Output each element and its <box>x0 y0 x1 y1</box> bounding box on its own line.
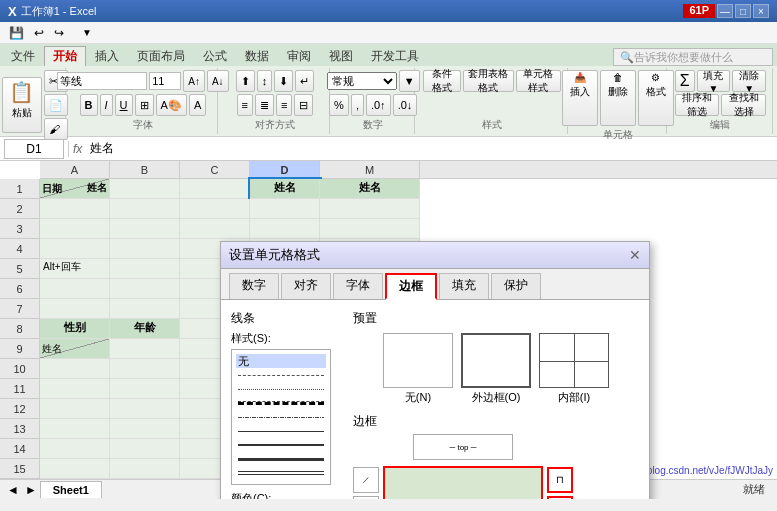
tab-home[interactable]: 开始 <box>44 46 86 66</box>
merge-btn[interactable]: ⊟ <box>294 94 313 116</box>
tab-formulas[interactable]: 公式 <box>194 46 236 66</box>
line-style-medium[interactable] <box>236 438 326 452</box>
save-quick-btn[interactable]: 💾 <box>6 25 27 41</box>
line-style-dash-dot-dot[interactable] <box>236 410 326 424</box>
cell-b5[interactable] <box>110 259 180 279</box>
border-top-left-diag-btn[interactable]: ⟋ <box>353 467 379 493</box>
number-format-select[interactable]: 常规 <box>327 72 397 90</box>
tab-view[interactable]: 视图 <box>320 46 362 66</box>
border-button[interactable]: ⊞ <box>135 94 154 116</box>
decimal-dec-btn[interactable]: .0↓ <box>393 94 418 116</box>
maximize-button[interactable]: □ <box>735 4 751 18</box>
tab-developer[interactable]: 开发工具 <box>362 46 428 66</box>
conditional-format-btn[interactable]: 条件格式 <box>423 70 461 92</box>
line-style-thick[interactable] <box>236 452 326 466</box>
redo-btn[interactable]: ↪ <box>51 25 67 41</box>
cell-c3[interactable] <box>180 219 250 239</box>
percent-btn[interactable]: % <box>329 94 349 116</box>
line-style-dotted2[interactable] <box>236 382 326 396</box>
preset-none-button[interactable] <box>383 333 453 388</box>
cell-b3[interactable] <box>110 219 180 239</box>
dialog-tab-fill[interactable]: 填充 <box>439 273 489 299</box>
cell-m3[interactable] <box>320 219 420 239</box>
fill-color-button[interactable]: A🎨 <box>156 94 187 116</box>
cell-b13[interactable] <box>110 419 180 439</box>
cell-b1[interactable] <box>110 179 180 199</box>
preset-inner-button[interactable] <box>539 333 609 388</box>
undo-btn[interactable]: ↩ <box>31 25 47 41</box>
font-size-up-btn[interactable]: A↑ <box>183 70 205 92</box>
dialog-close-button[interactable]: ✕ <box>629 247 641 263</box>
insert-cell-btn[interactable]: 📥 插入 <box>562 70 598 126</box>
tab-review[interactable]: 审阅 <box>278 46 320 66</box>
nav-sheet-right[interactable]: ► <box>22 482 40 498</box>
cell-d2[interactable] <box>250 199 320 219</box>
cell-a10[interactable] <box>40 359 110 379</box>
cell-a14[interactable] <box>40 439 110 459</box>
dialog-tab-border[interactable]: 边框 <box>385 273 437 300</box>
cell-a9[interactable]: 姓名 <box>40 339 110 359</box>
fill-btn[interactable]: 填充▼ <box>697 70 731 92</box>
cell-d3[interactable] <box>250 219 320 239</box>
cell-a1[interactable]: 姓名 日期 <box>40 179 110 199</box>
dialog-tab-protect[interactable]: 保护 <box>491 273 541 299</box>
border-top-btn[interactable]: ─ top ─ <box>413 434 513 460</box>
bold-button[interactable]: B <box>80 94 98 116</box>
cell-b15[interactable] <box>110 459 180 479</box>
ribbon-search[interactable]: 🔍 告诉我你想要做什么 <box>613 48 773 66</box>
cell-b4[interactable] <box>110 239 180 259</box>
cell-a4[interactable] <box>40 239 110 259</box>
tab-page-layout[interactable]: 页面布局 <box>128 46 194 66</box>
cell-b10[interactable] <box>110 359 180 379</box>
cell-a2[interactable] <box>40 199 110 219</box>
formula-input[interactable]: 姓名 <box>86 139 773 159</box>
line-style-dash-dot[interactable] <box>236 396 326 410</box>
clear-btn[interactable]: 清除▼ <box>732 70 766 92</box>
align-top-btn[interactable]: ⬆ <box>236 70 255 92</box>
underline-button[interactable]: U <box>115 94 133 116</box>
cell-b11[interactable] <box>110 379 180 399</box>
tab-insert[interactable]: 插入 <box>86 46 128 66</box>
cell-b8[interactable]: 年龄 <box>110 319 180 339</box>
cell-b6[interactable] <box>110 279 180 299</box>
cell-a13[interactable] <box>40 419 110 439</box>
format-painter-button[interactable]: 🖌 <box>44 118 68 140</box>
line-style-double[interactable] <box>236 466 326 480</box>
dialog-tab-font[interactable]: 字体 <box>333 273 383 299</box>
border-right-btn[interactable]: ▕ <box>547 496 573 500</box>
border-left-btn[interactable]: ▏ <box>353 496 379 500</box>
cell-b9[interactable] <box>110 339 180 359</box>
line-style-none[interactable]: 无 <box>236 354 326 368</box>
comma-btn[interactable]: , <box>351 94 364 116</box>
cell-d1[interactable]: 姓名 <box>250 179 320 199</box>
cell-c1[interactable] <box>180 179 250 199</box>
cell-styles-btn[interactable]: 单元格样式 <box>516 70 561 92</box>
border-top-right-btn[interactable]: ⊓ <box>547 467 573 493</box>
dialog-tab-number[interactable]: 数字 <box>229 273 279 299</box>
font-size-input[interactable] <box>149 72 181 90</box>
border-preview-box[interactable]: 文本 <box>383 466 543 499</box>
cell-a12[interactable] <box>40 399 110 419</box>
cell-a15[interactable] <box>40 459 110 479</box>
cell-a3[interactable] <box>40 219 110 239</box>
align-right-btn[interactable]: ≡ <box>276 94 292 116</box>
cell-a7[interactable] <box>40 299 110 319</box>
cell-b2[interactable] <box>110 199 180 219</box>
wrap-text-btn[interactable]: ↵ <box>295 70 314 92</box>
paste-button[interactable]: 📋 粘贴 <box>2 77 42 133</box>
nav-sheet-left[interactable]: ◄ <box>4 482 22 498</box>
sheet-tab-1[interactable]: Sheet1 <box>40 481 102 498</box>
close-button[interactable]: × <box>753 4 769 18</box>
delete-cell-btn[interactable]: 🗑 删除 <box>600 70 636 126</box>
autosum-btn[interactable]: Σ <box>675 70 695 92</box>
font-color-button[interactable]: A <box>189 94 206 116</box>
dialog-tab-align[interactable]: 对齐 <box>281 273 331 299</box>
cell-a8[interactable]: 性别 <box>40 319 110 339</box>
minimize-button[interactable]: — <box>717 4 733 18</box>
line-style-dotted1[interactable] <box>236 368 326 382</box>
italic-button[interactable]: I <box>100 94 113 116</box>
align-left-btn[interactable]: ≡ <box>237 94 253 116</box>
cell-a5[interactable]: Alt+回车 <box>40 259 110 279</box>
cell-b7[interactable] <box>110 299 180 319</box>
table-format-btn[interactable]: 套用表格格式 <box>463 70 515 92</box>
